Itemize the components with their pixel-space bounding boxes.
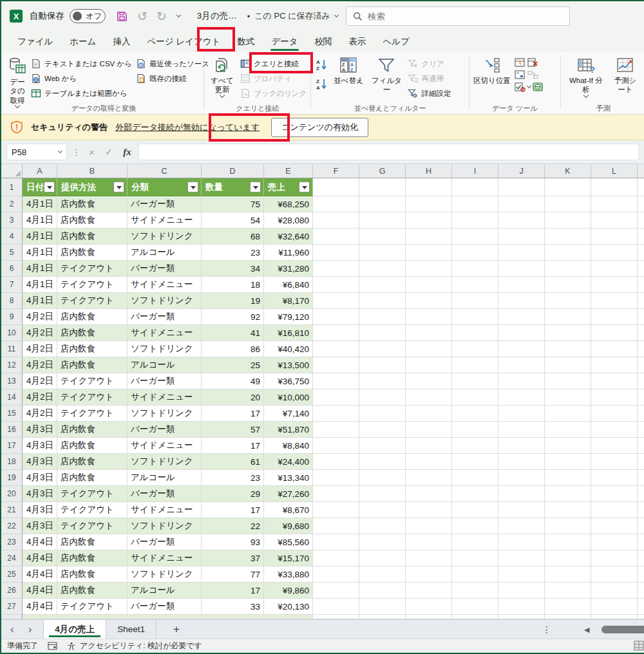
cell[interactable]: ¥9,680 [264, 518, 313, 534]
cell[interactable] [452, 615, 498, 619]
row-header[interactable]: 10 [1, 325, 23, 341]
cell[interactable] [591, 373, 638, 389]
cell[interactable] [498, 212, 545, 229]
cell[interactable]: 17 [202, 438, 264, 454]
table-header-cell[interactable]: 数量 [202, 178, 264, 196]
row-header[interactable]: 5 [1, 245, 23, 261]
cell[interactable] [498, 422, 545, 438]
cell[interactable] [406, 389, 452, 406]
what-if-analysis-button[interactable]: ? What-If 分析 [565, 55, 607, 104]
cell[interactable] [498, 341, 545, 357]
cell[interactable] [406, 341, 452, 357]
cell[interactable]: 店内飲食 [57, 341, 128, 357]
cell[interactable] [591, 309, 638, 325]
hscroll-left-arrow-icon[interactable]: ◀ [584, 626, 589, 634]
cell[interactable] [591, 196, 638, 212]
cell[interactable] [313, 454, 359, 470]
cell[interactable]: 77 [202, 566, 264, 583]
cell[interactable] [545, 196, 591, 212]
cell[interactable] [638, 534, 644, 550]
cell[interactable]: 店内飲食 [57, 212, 128, 229]
cell[interactable] [498, 196, 545, 212]
cell[interactable] [359, 534, 406, 550]
cell[interactable]: サイドメニュー [128, 325, 202, 341]
cell[interactable]: ¥24,400 [264, 454, 313, 470]
add-sheet-button[interactable]: + [156, 620, 196, 639]
column-header-E[interactable]: E [264, 164, 313, 178]
cell[interactable] [264, 615, 313, 619]
cell[interactable] [452, 518, 498, 534]
cell[interactable] [313, 325, 359, 341]
filter-dropdown-button[interactable] [250, 182, 261, 192]
advanced-filter-button[interactable]: 詳細設定 [408, 87, 451, 100]
cell[interactable] [638, 454, 644, 470]
cell[interactable] [406, 406, 452, 422]
cell[interactable]: テイクアウト [57, 261, 128, 277]
row-header[interactable]: 16 [1, 422, 23, 438]
cell[interactable]: バーガー類 [128, 486, 202, 502]
column-header-D[interactable]: D [202, 164, 264, 178]
cell[interactable] [638, 550, 644, 566]
cell[interactable] [545, 309, 591, 325]
cell[interactable] [591, 566, 638, 583]
row-header[interactable]: 9 [1, 309, 23, 325]
cell[interactable]: 17 [202, 583, 264, 599]
cell[interactable] [545, 341, 591, 357]
cell[interactable]: 92 [202, 309, 264, 325]
cell[interactable]: 店内飲食 [57, 309, 128, 325]
cell[interactable] [545, 566, 591, 583]
column-header-L[interactable]: L [591, 164, 638, 178]
cell[interactable] [545, 389, 591, 406]
cell[interactable] [452, 357, 498, 373]
undo-icon[interactable]: ↺ [137, 10, 147, 23]
sheet-tab-sheet1[interactable]: Sheet1 [106, 620, 156, 639]
cell[interactable] [638, 406, 644, 422]
cell[interactable] [591, 534, 638, 550]
cell[interactable]: 4月3日 [23, 470, 57, 486]
cell[interactable] [359, 357, 406, 373]
table-header-cell[interactable]: 提供方法 [57, 178, 128, 196]
row-header[interactable]: 14 [1, 389, 23, 406]
cell[interactable] [452, 454, 498, 470]
save-icon[interactable] [116, 10, 128, 23]
cell[interactable] [545, 615, 591, 619]
cell[interactable] [452, 178, 498, 196]
cell[interactable] [591, 178, 638, 196]
cell[interactable] [406, 470, 452, 486]
cell[interactable] [545, 178, 591, 196]
cell[interactable]: 25 [202, 357, 264, 373]
cell[interactable] [545, 486, 591, 502]
cell[interactable] [313, 486, 359, 502]
cell[interactable] [452, 486, 498, 502]
cancel-entry-icon[interactable]: × [86, 147, 98, 158]
row-header[interactable]: 12 [1, 357, 23, 373]
cell[interactable] [452, 341, 498, 357]
cell[interactable] [313, 261, 359, 277]
cell[interactable] [498, 470, 545, 486]
cell[interactable] [545, 583, 591, 599]
cell[interactable]: 75 [202, 196, 264, 212]
cell[interactable] [359, 550, 406, 566]
cell[interactable]: 23 [202, 470, 264, 486]
cell[interactable] [313, 277, 359, 293]
cell[interactable] [359, 309, 406, 325]
refresh-all-button[interactable]: すべて更新 [208, 55, 236, 104]
cell[interactable] [359, 470, 406, 486]
cell[interactable] [359, 438, 406, 454]
cell[interactable]: サイドメニュー [128, 550, 202, 566]
cell[interactable] [545, 534, 591, 550]
column-header-H[interactable]: H [406, 164, 452, 178]
cell[interactable] [498, 599, 545, 615]
cell[interactable]: 41 [202, 325, 264, 341]
cell[interactable] [406, 615, 452, 619]
row-header[interactable]: 18 [1, 454, 23, 470]
cell[interactable] [638, 486, 644, 502]
cell[interactable]: 4月4日 [23, 534, 57, 550]
cell[interactable] [591, 389, 638, 406]
cell[interactable] [545, 502, 591, 518]
column-header-partial[interactable] [638, 164, 644, 178]
row-header[interactable]: 17 [1, 438, 23, 454]
cell[interactable]: 4月2日 [23, 389, 57, 406]
cell[interactable]: 4月4日 [23, 599, 57, 615]
cell[interactable] [545, 261, 591, 277]
